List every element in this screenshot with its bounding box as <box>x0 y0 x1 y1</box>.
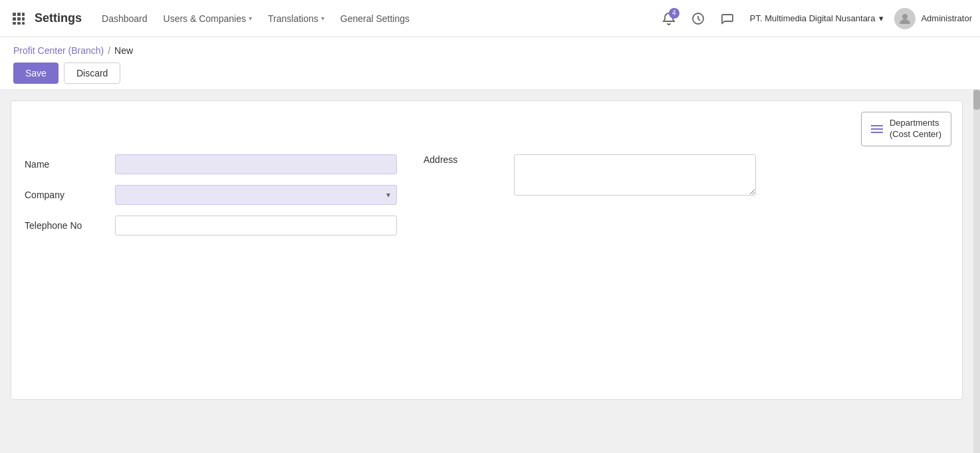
svg-rect-0 <box>13 13 16 16</box>
telephone-input[interactable] <box>115 216 397 235</box>
departments-button[interactable]: Departments (Cost Center) <box>861 112 951 146</box>
grid-icon[interactable] <box>8 8 29 29</box>
form-card: Departments (Cost Center) Name Company <box>11 100 963 400</box>
notification-badge: 4 <box>669 8 679 19</box>
departments-label-line2: (Cost Center) <box>890 129 941 140</box>
address-label: Address <box>424 154 503 165</box>
company-name: PT. Multimedia Digital Nusantara <box>750 13 876 23</box>
breadcrumb: Profit Center (Branch) / New <box>13 45 967 56</box>
main-content: Departments (Cost Center) Name Company <box>0 90 973 453</box>
name-label: Name <box>25 159 104 170</box>
svg-rect-5 <box>22 17 25 21</box>
company-label: Company <box>25 190 104 200</box>
svg-rect-2 <box>22 13 25 16</box>
navbar: Settings Dashboard Users & Companies ▾ T… <box>0 0 980 37</box>
nav-translations[interactable]: Translations ▾ <box>261 9 331 28</box>
svg-rect-6 <box>13 22 16 25</box>
breadcrumb-separator: / <box>108 45 110 56</box>
chat-button[interactable] <box>715 7 739 31</box>
breadcrumb-current: New <box>114 45 133 56</box>
navbar-actions: 4 PT. Multimedia Digital Nusantara ▾ Adm… <box>657 7 972 31</box>
address-row: Address <box>424 154 756 196</box>
svg-rect-4 <box>17 17 21 21</box>
scrollbar-thumb[interactable] <box>973 90 980 110</box>
chevron-down-icon: ▾ <box>321 15 324 22</box>
departments-label-line1: Departments <box>890 118 941 129</box>
company-chevron-icon: ▾ <box>879 13 884 23</box>
chevron-down-icon: ▾ <box>249 15 252 22</box>
page-wrapper: Departments (Cost Center) Name Company <box>0 90 980 453</box>
clock-button[interactable] <box>686 7 710 31</box>
discard-button[interactable]: Discard <box>64 63 120 84</box>
company-select-wrapper: ▾ <box>115 185 397 205</box>
nav-dashboard[interactable]: Dashboard <box>95 9 154 28</box>
svg-rect-7 <box>17 22 21 25</box>
departments-icon <box>871 125 883 133</box>
form-right: Address <box>424 154 756 246</box>
telephone-row: Telephone No <box>25 216 397 235</box>
notifications-button[interactable]: 4 <box>657 7 681 31</box>
svg-rect-1 <box>17 13 21 16</box>
telephone-label: Telephone No <box>25 220 104 231</box>
nav-general-settings[interactable]: General Settings <box>334 9 416 28</box>
action-bar: Profit Center (Branch) / New Save Discar… <box>0 37 980 90</box>
content-area[interactable]: Departments (Cost Center) Name Company <box>0 90 973 453</box>
company-selector[interactable]: PT. Multimedia Digital Nusantara ▾ <box>745 11 890 26</box>
svg-rect-3 <box>13 17 16 21</box>
scrollbar-track[interactable] <box>973 90 980 453</box>
company-select[interactable] <box>115 185 397 205</box>
svg-point-10 <box>902 14 908 19</box>
address-textarea[interactable] <box>514 154 756 196</box>
name-input[interactable] <box>115 154 397 174</box>
action-buttons: Save Discard <box>13 63 967 84</box>
app-brand: Settings <box>35 11 82 25</box>
username: Administrator <box>921 13 972 23</box>
nav-users-companies[interactable]: Users & Companies ▾ <box>157 9 259 28</box>
name-row: Name <box>25 154 397 174</box>
form-left: Name Company ▾ <box>25 154 397 246</box>
save-button[interactable]: Save <box>13 63 59 84</box>
user-avatar[interactable] <box>894 8 916 29</box>
breadcrumb-parent[interactable]: Profit Center (Branch) <box>13 45 104 56</box>
form-body: Name Company ▾ <box>25 154 949 246</box>
company-row: Company ▾ <box>25 185 397 205</box>
svg-rect-8 <box>22 22 25 25</box>
